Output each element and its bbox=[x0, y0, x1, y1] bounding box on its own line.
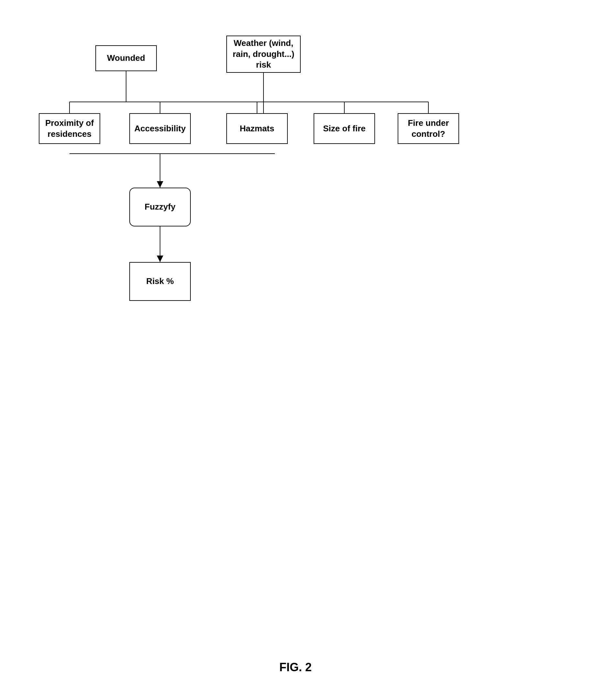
connector-lines bbox=[32, 26, 556, 479]
figure-label: FIG. 2 bbox=[279, 660, 312, 674]
proximity-box: Proximity ofresidences bbox=[39, 113, 100, 144]
diagram-container: Wounded Weather (wind,rain, drought...)r… bbox=[32, 26, 556, 479]
hazmats-box: Hazmats bbox=[226, 113, 288, 144]
accessibility-box: Accessibility bbox=[129, 113, 191, 144]
risk-percent-box: Risk % bbox=[129, 262, 191, 301]
svg-marker-13 bbox=[157, 255, 163, 262]
weather-box: Weather (wind,rain, drought...)risk bbox=[226, 36, 301, 73]
fire-under-control-box: Fire undercontrol? bbox=[398, 113, 459, 144]
svg-marker-11 bbox=[157, 181, 163, 188]
wounded-box: Wounded bbox=[95, 45, 157, 71]
fuzzyfy-box: Fuzzyfy bbox=[129, 188, 191, 226]
size-of-fire-box: Size of fire bbox=[314, 113, 375, 144]
